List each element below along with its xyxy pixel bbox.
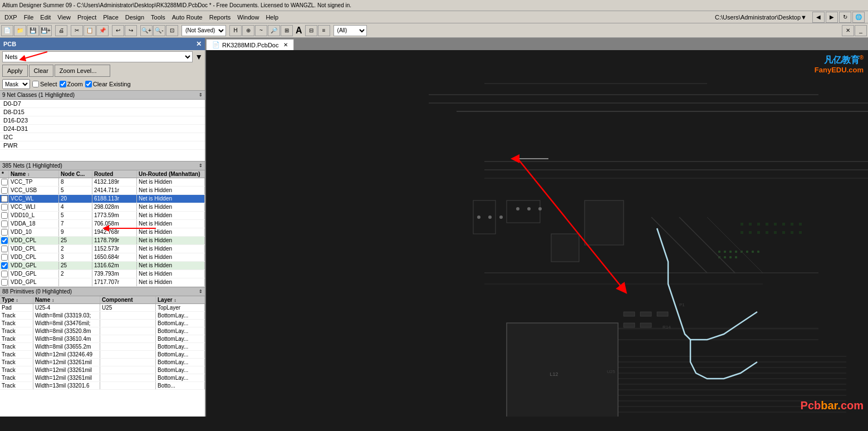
net-row[interactable]: VDD_CPL 3 1650.684r Net is Hidden	[0, 253, 205, 262]
net-checkbox[interactable]	[1, 246, 8, 252]
net-row[interactable]: VCC_USB 5 2414.711r Net is Hidden	[0, 187, 205, 195]
print-btn[interactable]: 🖨	[55, 25, 67, 36]
paste-btn[interactable]: 📌	[96, 25, 109, 36]
net-checkbox[interactable]	[1, 221, 8, 227]
net-row[interactable]: VDD_GPL 1717.707r Net is Hidden	[0, 278, 205, 287]
net-row[interactable]: VDD_10 9 1942.768r Net is Hidden	[0, 228, 205, 237]
nets-sort-icon[interactable]: ⇕	[199, 163, 203, 168]
prim-row[interactable]: Track Width=12mil (33261mil BottomLay...	[0, 359, 205, 366]
pcb-canvas[interactable]: L12 U25 R14 P1	[206, 50, 868, 417]
net-classes-sort-icon[interactable]: ⇕	[199, 92, 203, 97]
layer-dropdown[interactable]: (All)	[334, 25, 367, 36]
zoom-out-btn[interactable]: 🔍-	[153, 25, 165, 36]
menu-autoroute[interactable]: Auto Route	[169, 13, 206, 22]
net-row[interactable]: VDDA_18 7 706.058m Net is Hidden	[0, 220, 205, 228]
net-row-checked[interactable]: VDD_CPL 25 1178.799r Net is Hidden	[0, 237, 205, 245]
menu-file[interactable]: File	[21, 13, 37, 22]
net-row-selected[interactable]: VCC_WL 20 6188.113r Net is Hidden	[0, 195, 205, 203]
net-row[interactable]: VCC_WLI 4 298.028m Net is Hidden	[0, 203, 205, 212]
prim-row[interactable]: Pad U25-4 U25 TopLayer	[0, 304, 205, 312]
net-row[interactable]: VDD10_L 5 1773.59m Net is Hidden	[0, 212, 205, 220]
net-checkbox[interactable]	[1, 179, 8, 185]
pcb-area[interactable]: 📄 RK3288MID.PcbDoc ✕	[206, 38, 868, 417]
cut-btn[interactable]: ✂	[71, 25, 83, 36]
net-class-item[interactable]: D8-D15	[0, 108, 205, 116]
menu-help[interactable]: Help	[262, 13, 282, 22]
nav-back-btn[interactable]: ◀	[812, 12, 825, 23]
menu-window[interactable]: Window	[234, 13, 262, 22]
panel-close-btn[interactable]: ✕	[196, 40, 202, 48]
menu-path[interactable]: C:\Users\Administrator\Desktop▼	[712, 13, 810, 22]
net-checkbox[interactable]	[1, 271, 8, 277]
menu-reports[interactable]: Reports	[206, 13, 234, 22]
net-row[interactable]: VDD_CPL 2 1152.573r Net is Hidden	[0, 245, 205, 253]
inspect-btn[interactable]: 🔎	[268, 25, 280, 36]
nav-refresh-btn[interactable]: ↻	[839, 12, 851, 23]
crosshair-btn[interactable]: ⊕	[242, 25, 254, 36]
net-checkbox[interactable]	[1, 262, 8, 269]
net-checkbox[interactable]	[1, 254, 8, 261]
prim-row[interactable]: Track Width=8mil (33610.4m BottomLay...	[0, 335, 205, 343]
menu-project[interactable]: Project	[74, 13, 100, 22]
copy-btn[interactable]: 📋	[84, 25, 96, 36]
primitives-sort-icon[interactable]: ⇕	[199, 289, 203, 294]
prim-row[interactable]: Track Width=13mil (33201.6 Botto...	[0, 382, 205, 390]
prim-row[interactable]: Track Width=12mil (33261mil BottomLay...	[0, 374, 205, 382]
net-checkbox[interactable]	[1, 195, 8, 202]
menu-view[interactable]: View	[54, 13, 74, 22]
minimize-doc-btn[interactable]: _	[855, 25, 867, 36]
net-checkbox[interactable]	[1, 187, 8, 194]
net-checkbox[interactable]	[1, 204, 8, 210]
nets-col-routed[interactable]: Routed	[92, 170, 137, 178]
net-class-item[interactable]: PWR	[0, 141, 205, 150]
select-checkbox[interactable]	[32, 81, 39, 87]
doc-tab-active[interactable]: 📄 RK3288MID.PcbDoc ✕	[206, 39, 294, 50]
undo-btn[interactable]: ↩	[112, 25, 124, 36]
prim-row[interactable]: Track Width=8mil (33319.03; BottomLay...	[0, 312, 205, 320]
prim-col-component[interactable]: Component	[100, 296, 156, 303]
zoom-checkbox[interactable]	[60, 81, 66, 87]
nav-home-btn[interactable]: 🌐	[852, 12, 865, 23]
filter-arrow-icon[interactable]: ▼	[195, 52, 203, 61]
net-checkbox[interactable]	[1, 212, 8, 219]
prim-row[interactable]: Track Width=8mil (33476mil; BottomLay...	[0, 320, 205, 327]
clear-existing-checkbox[interactable]	[85, 81, 92, 87]
component-dropdown[interactable]: (Not Saved)	[182, 25, 226, 36]
zoom-fit-btn[interactable]: ⊡	[166, 25, 178, 36]
prim-col-type[interactable]: Type ↕	[0, 296, 33, 303]
save-btn[interactable]: 💾	[27, 25, 39, 36]
highlight-btn[interactable]: H	[229, 25, 242, 36]
zoom-level-button[interactable]: Zoom Level...	[55, 65, 110, 77]
zoom-in-btn[interactable]: 🔍+	[140, 25, 153, 36]
new-btn[interactable]: 📄	[1, 25, 13, 36]
nets-col-nodes[interactable]: Node C...	[59, 170, 92, 178]
nets-col-name[interactable]: Name ↕	[9, 170, 59, 178]
prim-row[interactable]: Track Width=12mil (33246.49 BottomLay...	[0, 351, 205, 359]
open-btn[interactable]: 📁	[14, 25, 26, 36]
apply-button[interactable]: Apply	[2, 65, 28, 77]
mask-dropdown[interactable]: Mask	[2, 79, 30, 89]
extra-btn1[interactable]: ⊟	[305, 25, 317, 36]
clear-button[interactable]: Clear	[29, 65, 53, 77]
nets-col-unrouted[interactable]: Un-Routed (Manhattan)	[137, 170, 205, 178]
menu-design[interactable]: Design	[122, 13, 148, 22]
net-class-item[interactable]: D16-D23	[0, 116, 205, 125]
nav-forward-btn[interactable]: ▶	[826, 12, 838, 23]
save-all-btn[interactable]: 💾+	[40, 25, 52, 36]
prim-col-name[interactable]: Name ↕	[33, 296, 100, 303]
net-row[interactable]: VDD_GPL 2 739.793m Net is Hidden	[0, 270, 205, 278]
close-doc-btn[interactable]: ✕	[842, 25, 854, 36]
filter-btn[interactable]: ⊞	[281, 25, 293, 36]
filter-dropdown[interactable]: Nets	[2, 51, 193, 62]
prim-row[interactable]: Track Width=8mil (33520.8m BottomLay...	[0, 327, 205, 335]
net-row-checked[interactable]: VDD_GPL 25 1316.62m Net is Hidden	[0, 262, 205, 270]
menu-dxp[interactable]: DXP	[1, 13, 21, 22]
menu-place[interactable]: Place	[100, 13, 122, 22]
doc-tab-close[interactable]: ✕	[283, 42, 288, 48]
net-checkbox[interactable]	[1, 229, 8, 236]
prim-row[interactable]: Track Width=8mil (33655.2m BottomLay...	[0, 343, 205, 351]
prim-row[interactable]: Track Width=12mil (33261mil BottomLay...	[0, 366, 205, 374]
net-row[interactable]: VCC_TP 8 4132.189r Net is Hidden	[0, 178, 205, 187]
menu-tools[interactable]: Tools	[148, 13, 169, 22]
extra-btn2[interactable]: ≡	[318, 25, 330, 36]
